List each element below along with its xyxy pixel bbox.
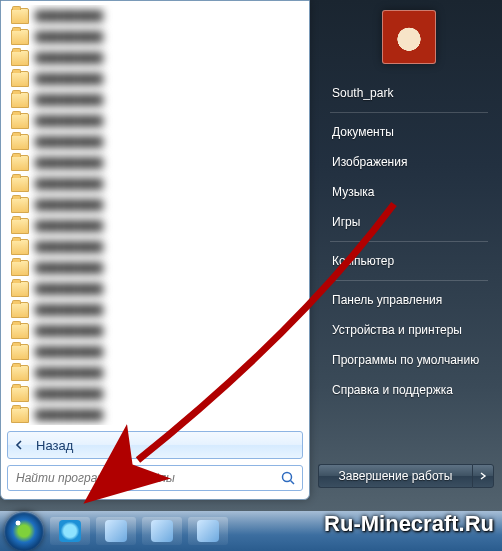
folder-icon: [11, 281, 29, 297]
start-menu: ████████████████████████████████████████…: [0, 0, 500, 503]
program-item[interactable]: ████████: [7, 131, 303, 152]
folder-icon: [11, 92, 29, 108]
separator: [330, 280, 488, 281]
program-item[interactable]: ████████: [7, 383, 303, 404]
app-icon: [197, 520, 219, 542]
program-label-blurred: ████████: [35, 325, 299, 337]
right-nav: South_parkДокументыИзображенияМузыкаИгры…: [318, 78, 500, 405]
folder-icon: [11, 134, 29, 150]
folder-icon: [11, 155, 29, 171]
shutdown-button[interactable]: Завершение работы: [318, 464, 472, 488]
start-menu-right-pane: South_parkДокументыИзображенияМузыкаИгры…: [318, 0, 500, 498]
watermark: Ru-Minecraft.Ru: [324, 511, 494, 537]
start-menu-left-pane: ████████████████████████████████████████…: [0, 0, 310, 500]
back-arrow-icon: [14, 439, 26, 451]
program-item[interactable]: ████████: [7, 5, 303, 26]
nav-item-g3-2[interactable]: Программы по умолчанию: [318, 345, 500, 375]
program-item[interactable]: ████████: [7, 194, 303, 215]
shutdown-label: Завершение работы: [339, 469, 453, 483]
app-icon: [151, 520, 173, 542]
folder-icon: [11, 365, 29, 381]
program-item[interactable]: ████████: [7, 404, 303, 425]
shutdown-split-button[interactable]: Завершение работы: [318, 464, 494, 488]
folder-icon: [11, 29, 29, 45]
program-item[interactable]: ████████: [7, 362, 303, 383]
program-label-blurred: ████████: [35, 304, 299, 316]
nav-item-g1-3[interactable]: Игры: [318, 207, 500, 237]
folder-icon: [11, 218, 29, 234]
avatar-image: [387, 15, 431, 59]
program-label-blurred: ████████: [35, 346, 299, 358]
search-icon: [280, 470, 296, 486]
program-item[interactable]: ████████: [7, 215, 303, 236]
folder-icon: [11, 50, 29, 66]
search-input[interactable]: [14, 470, 280, 486]
program-item[interactable]: ████████: [7, 152, 303, 173]
program-item[interactable]: ████████: [7, 299, 303, 320]
program-item[interactable]: ████████: [7, 110, 303, 131]
program-label-blurred: ████████: [35, 220, 299, 232]
nav-item-g2-0[interactable]: Компьютер: [318, 246, 500, 276]
program-label-blurred: ████████: [35, 409, 299, 421]
program-label-blurred: ████████: [35, 157, 299, 169]
back-button[interactable]: Назад: [7, 431, 303, 459]
folder-icon: [11, 197, 29, 213]
nav-item-g3-3[interactable]: Справка и поддержка: [318, 375, 500, 405]
taskbar-pinned-app[interactable]: [188, 517, 228, 545]
search-box[interactable]: [7, 465, 303, 491]
program-item[interactable]: ████████: [7, 278, 303, 299]
folder-icon: [11, 344, 29, 360]
svg-line-1: [291, 481, 295, 485]
taskbar-pinned-app[interactable]: [142, 517, 182, 545]
nav-item-g3-1[interactable]: Устройства и принтеры: [318, 315, 500, 345]
folder-icon: [11, 176, 29, 192]
program-item[interactable]: ████████: [7, 173, 303, 194]
svg-point-0: [283, 473, 292, 482]
program-label-blurred: ████████: [35, 136, 299, 148]
user-avatar[interactable]: [382, 10, 436, 64]
ie-icon: [59, 520, 81, 542]
folder-icon: [11, 302, 29, 318]
separator: [330, 241, 488, 242]
program-label-blurred: ████████: [35, 178, 299, 190]
folder-icon: [11, 260, 29, 276]
program-label-blurred: ████████: [35, 31, 299, 43]
nav-item-g1-0[interactable]: Документы: [318, 117, 500, 147]
program-label-blurred: ████████: [35, 115, 299, 127]
start-button[interactable]: [4, 511, 44, 551]
program-label-blurred: ████████: [35, 199, 299, 211]
program-item[interactable]: ████████: [7, 26, 303, 47]
app-icon: [105, 520, 127, 542]
program-label-blurred: ████████: [35, 52, 299, 64]
nav-item-g1-1[interactable]: Изображения: [318, 147, 500, 177]
program-item[interactable]: ████████: [7, 320, 303, 341]
program-label-blurred: ████████: [35, 10, 299, 22]
taskbar-pinned-ie[interactable]: [50, 517, 90, 545]
taskbar-pinned-app[interactable]: [96, 517, 136, 545]
folder-icon: [11, 113, 29, 129]
program-label-blurred: ████████: [35, 283, 299, 295]
program-label-blurred: ████████: [35, 241, 299, 253]
folder-icon: [11, 239, 29, 255]
program-item[interactable]: ████████: [7, 89, 303, 110]
program-item[interactable]: ████████: [7, 257, 303, 278]
program-label-blurred: ████████: [35, 73, 299, 85]
program-item[interactable]: ████████: [7, 68, 303, 89]
shutdown-options-button[interactable]: [472, 464, 494, 488]
folder-icon: [11, 8, 29, 24]
folder-icon: [11, 71, 29, 87]
folder-icon: [11, 323, 29, 339]
program-label-blurred: ████████: [35, 388, 299, 400]
program-item[interactable]: ████████: [7, 341, 303, 362]
separator: [330, 112, 488, 113]
program-item[interactable]: ████████: [7, 236, 303, 257]
programs-list[interactable]: ████████████████████████████████████████…: [7, 5, 303, 425]
program-item[interactable]: ████████: [7, 47, 303, 68]
chevron-right-icon: [479, 472, 487, 480]
back-label: Назад: [36, 438, 73, 453]
program-label-blurred: ████████: [35, 367, 299, 379]
nav-item-g1-2[interactable]: Музыка: [318, 177, 500, 207]
program-label-blurred: ████████: [35, 94, 299, 106]
nav-user-folder[interactable]: South_park: [318, 78, 500, 108]
nav-item-g3-0[interactable]: Панель управления: [318, 285, 500, 315]
